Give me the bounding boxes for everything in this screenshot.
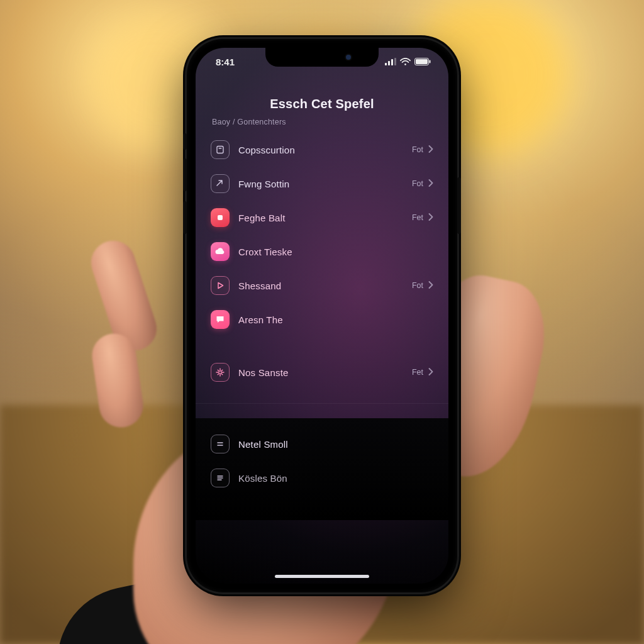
row-label: Aresn The bbox=[238, 314, 425, 325]
screen: 8:41 Essch Cet Spefel Baoy / Gontenchter… bbox=[196, 48, 448, 584]
arrow-icon bbox=[211, 174, 230, 193]
svg-rect-8 bbox=[217, 147, 223, 153]
row-netel-smoll[interactable]: Netel Smoll bbox=[209, 427, 435, 461]
svg-rect-6 bbox=[416, 59, 428, 64]
row-trailing: Fet bbox=[412, 368, 423, 377]
svg-rect-9 bbox=[219, 148, 222, 148]
row-nos-sanste[interactable]: Nos Sanste Fet bbox=[209, 355, 435, 389]
list-icon bbox=[211, 469, 230, 487]
power-button[interactable] bbox=[457, 177, 461, 234]
row-label: Feghe Balt bbox=[238, 213, 403, 223]
chevron-right-icon bbox=[428, 213, 433, 223]
chevron-right-icon bbox=[428, 368, 433, 377]
svg-point-4 bbox=[404, 64, 406, 65]
row-trailing: Fot bbox=[412, 179, 423, 188]
battery-icon bbox=[414, 58, 431, 65]
home-indicator[interactable] bbox=[275, 575, 369, 578]
row-trailing: Fot bbox=[412, 145, 423, 154]
row-label: Shessand bbox=[238, 280, 403, 291]
row-trailing: Fot bbox=[412, 281, 423, 290]
row-label: Copsscurtion bbox=[238, 145, 403, 155]
row-aresn-the[interactable]: Aresn The bbox=[209, 303, 435, 336]
volume-up-button[interactable] bbox=[183, 158, 187, 191]
phone-frame: 8:41 Essch Cet Spefel Baoy / Gontenchter… bbox=[187, 39, 457, 592]
row-label: Fwng Sottin bbox=[238, 179, 403, 189]
status-time: 8:41 bbox=[216, 57, 235, 67]
row-copsscurtion[interactable]: Copsscurtion Fot bbox=[209, 133, 435, 167]
chevron-right-icon bbox=[428, 281, 433, 291]
svg-rect-10 bbox=[218, 215, 223, 220]
row-label: Croxt Tieske bbox=[238, 247, 425, 257]
svg-rect-7 bbox=[430, 60, 431, 64]
doc-icon bbox=[211, 435, 230, 453]
row-label: Nos Sanste bbox=[238, 367, 403, 378]
chat-icon bbox=[211, 310, 230, 329]
section-header: Baoy / Gontenchters bbox=[212, 118, 435, 126]
cellular-icon bbox=[385, 58, 396, 65]
svg-rect-3 bbox=[394, 58, 396, 65]
row-kosles-bon[interactable]: Kösles Bön bbox=[209, 461, 435, 495]
square-icon bbox=[211, 208, 230, 227]
settings-list: Copsscurtion Fot Fwng Sottin Fot bbox=[209, 133, 435, 520]
row-trailing: Fet bbox=[412, 213, 423, 222]
svg-rect-2 bbox=[391, 59, 393, 65]
row-label: Netel Smoll bbox=[238, 439, 433, 450]
row-shessand[interactable]: Shessand Fot bbox=[209, 269, 435, 303]
play-icon bbox=[211, 276, 230, 295]
notch bbox=[265, 48, 379, 67]
chevron-right-icon bbox=[428, 179, 433, 189]
row-label: Kösles Bön bbox=[238, 473, 433, 484]
wifi-icon bbox=[400, 58, 411, 65]
content: Essch Cet Spefel Baoy / Gontenchters Cop… bbox=[196, 84, 448, 584]
svg-rect-1 bbox=[388, 61, 390, 65]
row-fwng-sottin[interactable]: Fwng Sottin Fot bbox=[209, 167, 435, 201]
row-croxt-tieske[interactable]: Croxt Tieske bbox=[209, 235, 435, 269]
chevron-right-icon bbox=[428, 145, 433, 155]
mute-switch[interactable] bbox=[183, 133, 187, 150]
volume-down-button[interactable] bbox=[183, 201, 187, 234]
page-title: Essch Cet Spefel bbox=[209, 97, 435, 111]
card-icon bbox=[211, 140, 230, 159]
bottom-section: Netel Smoll Kösles Bön bbox=[196, 418, 448, 520]
row-feghe-balt[interactable]: Feghe Balt Fet bbox=[209, 201, 435, 235]
cloud-icon bbox=[211, 242, 230, 261]
spark-icon bbox=[211, 363, 230, 382]
svg-rect-0 bbox=[385, 63, 387, 65]
